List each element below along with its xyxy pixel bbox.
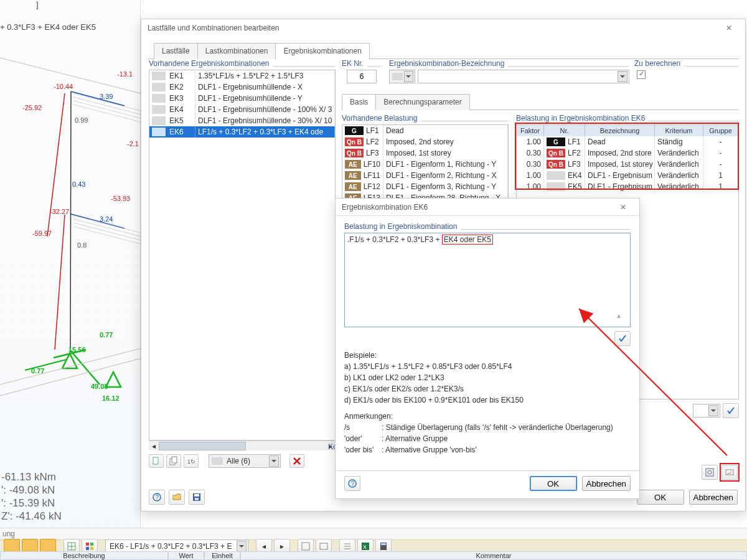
ek-number-input[interactable]: [347, 70, 377, 83]
svg-marker-6: [106, 372, 121, 387]
group-label: Ergebniskombination-Bezeichnung: [389, 59, 504, 70]
details-button[interactable]: [702, 465, 718, 480]
group-label: Belastung in Ergebniskombination EK6: [516, 114, 645, 124]
apply-button[interactable]: [723, 403, 739, 418]
example-text: c) EK1/s oder EK2/s oder 1.2*EK3/s: [344, 383, 631, 394]
example-text: d) EK1/s oder bis EK100 + 0.9*EK101 oder…: [344, 394, 631, 406]
dialog-title: Ergebniskombination EK6: [342, 203, 428, 212]
model-value: 0.77: [31, 367, 44, 375]
result-readout: -61.13 kNm ': -49.08 kN ': -15.39 kN Z':…: [1, 470, 62, 523]
validate-button[interactable]: [614, 331, 631, 346]
help-button[interactable]: ?: [344, 476, 360, 491]
svg-rect-25: [706, 469, 713, 476]
group-label: Vorhandene Belastung: [342, 114, 417, 124]
model-value: 0.8: [77, 241, 87, 249]
svg-line-4: [55, 215, 65, 350]
filter-dropdown[interactable]: Alle (6): [209, 454, 281, 468]
calculate-checkbox[interactable]: [637, 70, 646, 79]
svg-rect-41: [86, 547, 89, 550]
model-value: -32.27: [50, 208, 69, 215]
model-value: 49.08: [91, 383, 108, 390]
svg-rect-44: [320, 543, 327, 549]
subtab-params[interactable]: Berechnungsparameter: [375, 94, 469, 110]
subtab-basis[interactable]: Basis: [342, 94, 376, 110]
svg-text:?: ?: [156, 494, 159, 501]
svg-rect-40: [90, 543, 93, 546]
svg-text:1↻: 1↻: [187, 459, 195, 465]
svg-line-16: [73, 223, 141, 240]
group-label: EK Nr.: [342, 59, 364, 70]
svg-line-19: [0, 358, 141, 396]
model-value: -59.97: [32, 230, 52, 237]
viewport-canvas[interactable]: -13.1 -10.44 3.39 -25.92 0.99 -2.1 0.43 …: [0, 0, 141, 528]
dialog-title: Lastfälle und Kombinationen bearbeiten: [148, 24, 280, 32]
svg-point-26: [708, 470, 712, 474]
model-value: -25.92: [22, 104, 42, 111]
examples-label: Beispiele:: [344, 350, 631, 361]
group-label: Vorhandene Ergebniskombinationen: [149, 59, 269, 70]
model-value: 0.43: [72, 180, 85, 188]
model-value: -10.44: [54, 83, 73, 90]
result-combo-list[interactable]: EK11.35*LF1/s + 1.5*LF2 + 1.5*LF3 EK2DLF…: [149, 70, 336, 441]
model-value: 3.39: [100, 93, 113, 100]
model-value: 15.56: [68, 346, 86, 353]
close-icon[interactable]: ✕: [611, 203, 636, 212]
name-dropdown[interactable]: [418, 70, 629, 83]
tab-ergebniskombinationen[interactable]: Ergebniskombinationen: [275, 43, 369, 59]
tab-lastkombinationen[interactable]: Lastkombinationen: [197, 43, 276, 59]
col-subheader: Beschreibung: [0, 551, 168, 560]
tab-lastfaelle[interactable]: Lastfälle: [154, 43, 198, 59]
svg-line-8: [70, 350, 100, 385]
close-icon[interactable]: ✕: [716, 24, 741, 32]
svg-rect-42: [90, 547, 93, 550]
model-value: -2.1: [127, 140, 139, 147]
group-label: Zu berechnen: [634, 59, 680, 70]
highlight-text: EK4 oder EK5: [442, 235, 493, 245]
formula-editor-dialog: Ergebniskombination EK6 ✕ Belastung in E…: [335, 198, 640, 499]
example-text: a) 1.35*LF1/s + 1.5*LF2 + 0.85*LF3 oder …: [344, 361, 631, 372]
svg-rect-32: [195, 498, 199, 500]
model-value: -13.1: [117, 70, 133, 78]
renumber-button[interactable]: 1↻: [184, 454, 199, 468]
svg-line-1: [71, 214, 125, 228]
available-loads-list[interactable]: GLF1Dead Qn BLF2Imposed, 2nd storey Qn B…: [342, 124, 509, 209]
svg-text:X: X: [363, 544, 367, 550]
list-item-selected[interactable]: EK6LF1/s + 0.3*LF2 + 0.3*LF3 + EK4 ode: [149, 126, 335, 138]
formula-caption: + 0.3*LF3 + EK4 oder EK5: [0, 22, 96, 32]
delete-button[interactable]: [289, 454, 304, 468]
col-subheader: Kommentar: [240, 551, 747, 560]
col-subheader: Einheit: [204, 551, 240, 560]
svg-text:?: ?: [351, 480, 355, 487]
formula-textarea[interactable]: .F1/s + 0.3*LF2 + 0.3*LF3 + EK4 oder EK5…: [344, 233, 631, 327]
open-button[interactable]: [169, 490, 185, 505]
col-subheader: Wert: [168, 551, 204, 560]
svg-rect-23: [172, 457, 177, 463]
model-value: 16.12: [102, 394, 120, 402]
duplicate-button[interactable]: [166, 454, 181, 468]
formula-editor-button[interactable]: [721, 465, 738, 480]
notes-label: Anmerkungen:: [344, 411, 631, 422]
model-value: 0.99: [75, 116, 88, 124]
save-button[interactable]: [189, 490, 205, 505]
model-value: 3.24: [100, 215, 113, 223]
new-button[interactable]: [149, 454, 164, 468]
cancel-button[interactable]: Abbrechen: [689, 490, 738, 505]
help-button[interactable]: ?: [149, 490, 165, 505]
badge-dropdown[interactable]: [389, 70, 415, 83]
horizontal-scrollbar[interactable]: ◂ ▸: [149, 441, 336, 450]
cancel-button[interactable]: Abbrechen: [582, 476, 631, 491]
svg-line-2: [70, 91, 71, 348]
group-label: Belastung in Ergebniskombination: [344, 222, 457, 233]
mini-dropdown[interactable]: [693, 404, 720, 418]
svg-rect-43: [302, 543, 309, 550]
ok-button[interactable]: OK: [637, 490, 684, 505]
svg-line-12: [73, 101, 141, 118]
cropped-label: ung: [2, 530, 15, 538]
model-value: -53.93: [111, 195, 130, 202]
example-text: b) LK1 oder LK2 oder 1.2*LK3: [344, 372, 631, 383]
model-value: 0.77: [100, 331, 113, 338]
svg-rect-31: [194, 494, 199, 497]
ok-button[interactable]: OK: [530, 476, 577, 491]
svg-rect-51: [381, 543, 386, 545]
svg-rect-39: [86, 543, 89, 546]
